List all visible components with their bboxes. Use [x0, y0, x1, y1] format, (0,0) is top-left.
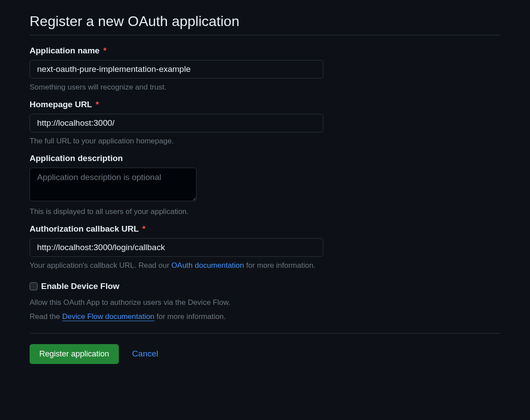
callback-hint-prefix: Your application's callback URL. Read ou…: [30, 261, 171, 270]
app-description-label: Application description: [30, 154, 500, 163]
app-name-label-text: Application name: [30, 46, 99, 55]
callback-url-hint: Your application's callback URL. Read ou…: [30, 261, 500, 270]
app-name-label: Application name *: [30, 46, 500, 56]
homepage-url-label-text: Homepage URL: [30, 100, 92, 109]
app-name-group: Application name * Something users will …: [30, 46, 500, 92]
app-description-textarea[interactable]: [30, 168, 197, 201]
required-asterisk-icon: *: [95, 100, 98, 109]
required-asterisk-icon: *: [142, 224, 145, 233]
device-flow-checkbox-row: Enable Device Flow: [30, 281, 500, 291]
callback-url-label: Authorization callback URL *: [30, 224, 500, 234]
app-description-hint: This is displayed to all users of your a…: [30, 207, 500, 216]
callback-url-group: Authorization callback URL * Your applic…: [30, 224, 500, 270]
button-row: Register application Cancel: [30, 344, 500, 364]
device-flow-documentation-link[interactable]: Device Flow documentation: [62, 312, 155, 321]
device-flow-hint-line2-prefix: Read the: [30, 312, 62, 321]
callback-url-input[interactable]: [30, 238, 323, 257]
enable-device-flow-label: Enable Device Flow: [41, 281, 119, 291]
homepage-url-group: Homepage URL * The full URL to your appl…: [30, 100, 500, 146]
required-asterisk-icon: *: [103, 46, 106, 55]
homepage-url-hint: The full URL to your application homepag…: [30, 137, 500, 146]
device-flow-hint-line1: Allow this OAuth App to authorize users …: [30, 298, 231, 307]
device-flow-hint: Allow this OAuth App to authorize users …: [30, 296, 500, 324]
register-application-button[interactable]: Register application: [30, 344, 119, 364]
homepage-url-label: Homepage URL *: [30, 100, 500, 109]
callback-hint-suffix: for more information.: [244, 261, 316, 270]
device-flow-hint-line2-suffix: for more information.: [155, 312, 226, 321]
page-title: Register a new OAuth application: [30, 13, 500, 35]
callback-url-label-text: Authorization callback URL: [30, 224, 139, 233]
app-description-group: Application description This is displaye…: [30, 154, 500, 216]
cancel-button[interactable]: Cancel: [132, 349, 158, 359]
divider: [30, 333, 500, 334]
oauth-documentation-link[interactable]: OAuth documentation: [171, 261, 244, 270]
app-name-hint: Something users will recognize and trust…: [30, 83, 500, 92]
app-description-label-text: Application description: [30, 154, 123, 163]
app-name-input[interactable]: [30, 60, 323, 79]
homepage-url-input[interactable]: [30, 114, 323, 132]
enable-device-flow-checkbox[interactable]: [30, 282, 38, 290]
